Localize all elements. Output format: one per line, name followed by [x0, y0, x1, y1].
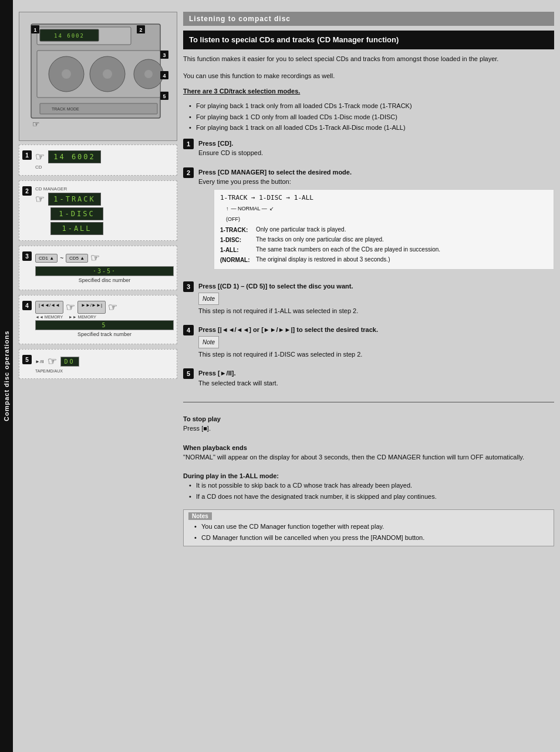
selection-modes-list: For playing back 1 track only from all l…: [183, 101, 554, 134]
mode-label-normal: (NORMAL:: [220, 256, 252, 264]
inst-num-5: 5: [183, 368, 194, 379]
left-column: 14 6002 1 2 3 4 5: [19, 12, 177, 740]
step2-detail: Every time you press the button:: [198, 178, 291, 185]
inst-content-1: Press [CD]. Ensure CD is stopped.: [198, 139, 554, 158]
svg-point-11: [144, 70, 153, 78]
svg-text:2: 2: [139, 27, 142, 33]
prev-btn: |◄◄/◄◄: [35, 301, 63, 314]
step4-section: 4 |◄◄/◄◄ ☞ ►►/►►| ☞ ◄◄ MEMORY ►► MEMORY …: [19, 295, 177, 344]
hand-icon-4b: ☞: [108, 301, 117, 314]
inst-content-5: Press [►/II]. The selected track will st…: [198, 368, 554, 388]
step4-display: 5: [35, 320, 174, 330]
step1-num: 1: [22, 150, 32, 160]
svg-text:5: 5: [163, 93, 166, 99]
mode-item-3: For playing back 1 track on all loaded C…: [189, 123, 554, 133]
intro-p1: This function makes it easier for you to…: [183, 54, 554, 64]
step1-title: Press [CD].: [198, 140, 233, 147]
inst-num-3: 3: [183, 281, 194, 292]
step1-display: 14 6002: [48, 150, 101, 163]
inst-content-4: Press [|◄◄/◄◄] or [►►/►►|] to select the…: [198, 325, 554, 359]
inst-step-5: 5 Press [►/II]. The selected track will …: [183, 368, 554, 388]
step3-title: Press [(CD 1) – (CD 5)] to select the di…: [198, 283, 353, 290]
one-all-item-2: If a CD does not have the designated tra…: [189, 492, 554, 502]
hand-icon-2a: ☞: [35, 193, 45, 206]
mode-label-all: 1-ALL:: [220, 246, 252, 254]
playback-ends-text: "NORMAL" will appear on the display for …: [183, 452, 554, 462]
mode-desc-normal: The original display is restored in abou…: [256, 256, 390, 264]
mode-diagram: 1-TRACK → 1-DISC → 1-ALL ↑ — NORMAL — ↙ …: [214, 189, 554, 270]
step1-section: 1 ☞ 14 6002 CD: [19, 145, 177, 176]
section-banner: Listening to compact disc: [183, 12, 554, 26]
inst-step-2: 2 Press [CD MANAGER] to select the desir…: [183, 167, 554, 273]
cd5-btn: CD5 ▲: [66, 254, 88, 263]
cd1-btn: CD1 ▲: [35, 254, 58, 263]
svg-text:1: 1: [33, 27, 36, 33]
right-column: Listening to compact disc To listen to s…: [183, 12, 554, 740]
device-diagram: 14 6002 1 2 3 4 5: [19, 12, 177, 141]
step2-display-track: 1-TRACK: [48, 193, 101, 206]
notes-list: You can use the CD Manager function toge…: [188, 522, 549, 542]
hr-divider: [183, 402, 554, 402]
step3-section: 3 CD1 ▲ ~ CD5 ▲ ☞ ·3-5· Specified disc n…: [19, 246, 177, 290]
playback-ends-heading: When playback ends: [183, 444, 554, 451]
main-title-box: To listen to special CDs and tracks (CD …: [183, 31, 554, 49]
notes-item-2: CD Manager function will be cancelled wh…: [194, 533, 549, 543]
mode-row-all: 1-ALL: The same track numbers on each of…: [220, 246, 548, 254]
svg-text:14 6002: 14 6002: [54, 33, 85, 39]
step3-num: 3: [22, 251, 32, 261]
hand-icon-1: ☞: [35, 150, 45, 163]
mode-label-disc: 1-DISC:: [220, 236, 252, 244]
next-btn: ►►/►►|: [77, 301, 106, 314]
mode-row-disc: 1-DISC: The tracks on only one particula…: [220, 236, 548, 244]
svg-text:4: 4: [163, 73, 166, 79]
mode-desc-disc: The tracks on only one particular disc a…: [256, 236, 384, 244]
stop-play-text: Press [■].: [183, 424, 554, 434]
step5-title: Press [►/II].: [198, 370, 235, 377]
notes-item-1: You can use the CD Manager function toge…: [194, 522, 549, 532]
specified-track-label: Specified track number: [35, 331, 174, 337]
mode-row-track: 1-TRACK: Only one particular track is pl…: [220, 226, 548, 234]
svg-text:☞: ☞: [32, 119, 40, 129]
inst-content-3: Press [(CD 1) – (CD 5)] to select the di…: [198, 281, 554, 315]
stop-play-section: To stop play Press [■].: [183, 412, 554, 436]
mode-item-1: For playing back 1 track only from all l…: [189, 101, 554, 111]
inst-step-4: 4 Press [|◄◄/◄◄] or [►►/►►|] to select t…: [183, 325, 554, 359]
step3-display: ·3-5·: [35, 266, 174, 276]
step5-detail: The selected track will start.: [198, 380, 278, 387]
intro-p2: You can use this function to make record…: [183, 71, 554, 81]
step4-num: 4: [22, 301, 32, 310]
mode-desc-track: Only one particular track is played.: [256, 226, 346, 234]
step5-display: DO: [60, 357, 79, 367]
playback-ends-section: When playback ends "NORMAL" will appear …: [183, 441, 554, 465]
svg-text:TRACK MODE: TRACK MODE: [52, 107, 79, 111]
inst-num-2: 2: [183, 167, 194, 178]
step2-title: Press [CD MANAGER] to select the desired…: [198, 169, 352, 176]
one-all-list: It is not possible to skip back to a CD …: [183, 481, 554, 501]
hand-icon-3: ☞: [90, 251, 100, 264]
step5-section: 5 ►/II ☞ DO TAPE/MD/AUX: [19, 349, 177, 379]
step4-title: Press [|◄◄/◄◄] or [►►/►►|] to select the…: [198, 326, 378, 333]
inst-step-3: 3 Press [(CD 1) – (CD 5)] to select the …: [183, 281, 554, 315]
inst-num-4: 4: [183, 325, 194, 335]
step2-num: 2: [22, 186, 32, 196]
hand-icon-5: ☞: [48, 355, 57, 368]
svg-text:3: 3: [163, 52, 166, 58]
notes-title: Notes: [188, 512, 212, 520]
svg-point-7: [62, 69, 71, 79]
mode-label-track: 1-TRACK:: [220, 226, 252, 234]
step2-display-disc: 1-DISC: [50, 207, 103, 220]
step3-note-label: Note: [198, 293, 219, 305]
one-all-section: During play in the 1-ALL mode: It is not…: [183, 469, 554, 502]
svg-point-9: [103, 69, 112, 79]
step4-note-label: Note: [198, 336, 219, 348]
selection-modes-heading: There are 3 CD/track selection modes.: [183, 88, 554, 95]
mode-flow-text: 1-TRACK → 1-DISC → 1-ALL: [220, 193, 313, 203]
step2-section: 2 CD MANAGER ☞ 1-TRACK 1-DISC 1-ALL: [19, 180, 177, 241]
inst-num-1: 1: [183, 139, 194, 149]
one-all-heading: During play in the 1-ALL mode:: [183, 472, 554, 479]
step1-detail: Ensure CD is stopped.: [198, 149, 263, 156]
mode-flow-row: 1-TRACK → 1-DISC → 1-ALL: [220, 193, 548, 203]
step3-note-text: This step is not required if 1-ALL was s…: [198, 307, 358, 314]
inst-step-1: 1 Press [CD]. Ensure CD is stopped.: [183, 139, 554, 158]
specified-disc-label: Specified disc number: [35, 277, 174, 283]
